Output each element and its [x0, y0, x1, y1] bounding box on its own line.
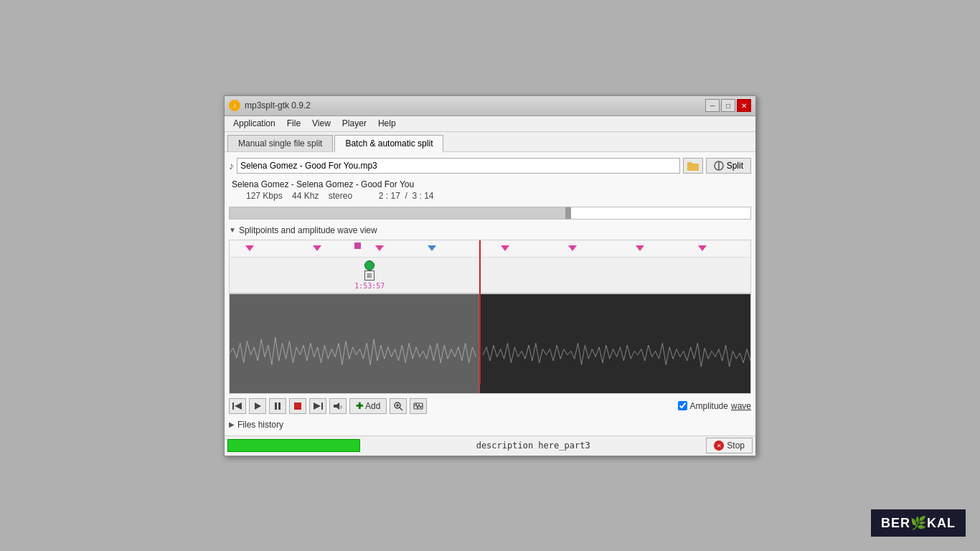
restore-button[interactable]: □: [721, 99, 735, 112]
file-row: ♪ Split: [229, 156, 751, 175]
svg-rect-0: [687, 164, 699, 171]
file-channels: stereo: [329, 191, 352, 201]
progress-indicator: [227, 439, 360, 452]
svg-rect-10: [294, 402, 301, 410]
pause-button[interactable]: [269, 398, 286, 414]
svg-marker-13: [334, 402, 339, 410]
add-splitpoint-button[interactable]: ✚ Add: [349, 398, 387, 414]
folder-icon: [687, 161, 699, 171]
svg-rect-11: [321, 402, 323, 410]
zoom-in-button[interactable]: [390, 398, 407, 414]
splitpoint-arrow-4: [428, 245, 436, 251]
splitpoint-arrow-7: [636, 245, 644, 251]
play-icon: [253, 402, 262, 410]
svg-marker-12: [314, 402, 321, 410]
svg-text:)): )): [339, 405, 342, 409]
splitpoint-arrow-2: [313, 245, 321, 251]
wave-label[interactable]: wave: [731, 401, 751, 411]
status-bar: description here_part3 ✕ Stop: [225, 435, 755, 456]
splitpoint-arrow-8: [698, 245, 707, 251]
waveform-played-overlay: [230, 294, 479, 394]
berokal-leaf-icon: 🌿: [910, 516, 927, 530]
position-circle: [364, 260, 374, 270]
volume-icon: )): [333, 402, 343, 410]
svg-marker-6: [235, 402, 242, 410]
current-time-label: 1:53:57: [354, 282, 385, 290]
browse-button[interactable]: [683, 158, 703, 174]
menu-file[interactable]: File: [281, 117, 306, 130]
app-icon: ♪: [229, 100, 240, 111]
file-meta: 127 Kbps 44 Khz stereo 2 : 17 / 3 : 14: [246, 191, 748, 201]
splitpoint-arrow-6: [568, 245, 577, 251]
file-title: Selena Gomez - Selena Gomez - Good For Y…: [232, 179, 748, 189]
section-collapse-icon: ▼: [229, 226, 236, 234]
file-path-input[interactable]: [237, 158, 680, 174]
stop-button-label: Stop: [727, 441, 745, 451]
svg-rect-8: [275, 402, 277, 410]
playhead-line: [479, 240, 481, 384]
rewind-start-icon: [232, 402, 242, 410]
skip-forward-button[interactable]: [309, 398, 326, 414]
scrubber-handle[interactable]: [565, 207, 571, 219]
splitpoint-arrow-1: [245, 245, 254, 251]
play-button[interactable]: [249, 398, 266, 414]
skip-forward-icon: [313, 402, 323, 410]
split-icon: [714, 161, 724, 171]
file-position: 2 : 17: [379, 191, 400, 201]
files-history-label: Files history: [237, 420, 283, 430]
title-bar-buttons: ─ □ ✕: [705, 99, 751, 112]
split-button-label: Split: [727, 161, 743, 171]
menu-help[interactable]: Help: [372, 117, 402, 130]
berokal-watermark: BER🌿KAL: [871, 509, 966, 537]
tab-batch-split[interactable]: Batch & automatic split: [334, 135, 443, 152]
file-samplerate: 44 Khz: [292, 191, 319, 201]
file-bitrate: 127 Kbps: [246, 191, 283, 201]
amplitude-wave-checkbox[interactable]: [678, 401, 687, 410]
rewind-start-button[interactable]: [229, 398, 246, 414]
waveform-button[interactable]: [410, 398, 427, 414]
window-title: mp3splt-gtk 0.9.2: [245, 100, 705, 110]
amplitude-label: Amplitude: [690, 401, 728, 411]
title-bar: ♪ mp3splt-gtk 0.9.2 ─ □ ✕: [225, 96, 755, 116]
minimize-button[interactable]: ─: [705, 99, 720, 112]
zoom-in-icon: [393, 401, 403, 411]
scrubber-bar[interactable]: [229, 207, 751, 220]
files-history-arrow: ▶: [229, 420, 235, 428]
files-history-section[interactable]: ▶ Files history: [229, 418, 751, 431]
split-button[interactable]: Split: [706, 158, 751, 174]
splitpoint-marker-purple: [354, 242, 361, 249]
svg-rect-9: [278, 402, 281, 410]
main-window: ♪ mp3splt-gtk 0.9.2 ─ □ ✕ Application Fi…: [224, 95, 756, 456]
svg-rect-5: [232, 402, 234, 410]
stop-playback-button[interactable]: [289, 398, 306, 414]
menu-player[interactable]: Player: [336, 117, 372, 130]
amplitude-wave-checkbox-area: Amplitude wave: [678, 401, 751, 411]
scrubber-fill: [230, 207, 568, 219]
splitpoints-section-header[interactable]: ▼ Splitpoints and amplitude wave view: [229, 224, 751, 237]
menu-bar: Application File View Player Help: [225, 116, 755, 132]
splitpoint-arrow-3: [375, 245, 384, 251]
current-pos-marker: ⊠ 1:53:57: [354, 260, 385, 290]
splitpoint-arrow-5: [501, 245, 509, 251]
tabs-bar: Manual single file split Batch & automat…: [225, 132, 755, 152]
splitpoints-row: [230, 240, 750, 258]
stop-button[interactable]: ✕ Stop: [706, 438, 753, 453]
close-button[interactable]: ✕: [737, 99, 751, 112]
add-button-label: Add: [365, 401, 380, 411]
main-content: ♪ Split Selena Gomez - Selena Gomez - Go…: [225, 152, 755, 435]
menu-application[interactable]: Application: [227, 117, 281, 130]
stop-playback-icon: [293, 402, 302, 410]
status-description: description here_part3: [363, 441, 703, 451]
stop-icon: ✕: [714, 441, 724, 451]
controls-row: )) ✚ Add: [229, 397, 751, 415]
splitpoints-section-label: Splitpoints and amplitude wave view: [239, 225, 377, 235]
menu-view[interactable]: View: [306, 117, 336, 130]
file-info: Selena Gomez - Selena Gomez - Good For Y…: [229, 178, 751, 202]
volume-button[interactable]: )): [329, 398, 347, 414]
position-marker-area: ⊠ 1:53:57: [230, 258, 750, 293]
file-audio-icon: ♪: [229, 160, 234, 171]
tab-manual-split[interactable]: Manual single file split: [227, 135, 333, 151]
split-crosshair: ⊠: [364, 270, 374, 281]
waveform-zoom-icon: [413, 401, 423, 411]
plus-icon: ✚: [356, 401, 363, 411]
